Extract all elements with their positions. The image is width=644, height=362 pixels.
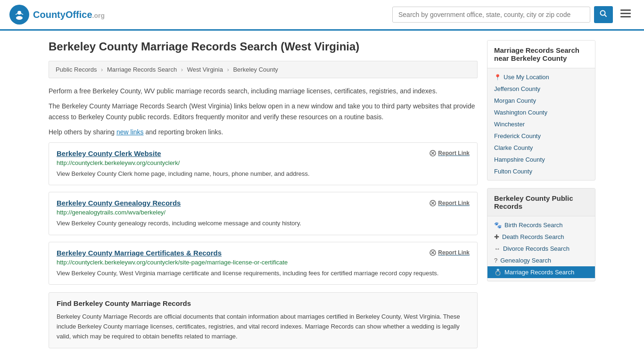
search-button[interactable] <box>594 6 613 23</box>
svg-rect-6 <box>620 13 631 14</box>
record-card-3-title-link[interactable]: Berkeley County Marriage Certificates & … <box>57 249 222 257</box>
sidebar-link-jefferson[interactable]: Jefferson County <box>494 85 540 92</box>
record-card-2-url[interactable]: http://genealogytrails.com/wva/berkeley/ <box>57 209 470 216</box>
sidebar-item-frederick: Frederick County <box>487 130 595 142</box>
divorce-records-link[interactable]: Divorce Records Search <box>503 245 570 252</box>
breadcrumb-sep-1: › <box>101 66 103 73</box>
search-input[interactable] <box>392 7 590 23</box>
use-location-link[interactable]: Use My Location <box>504 74 549 81</box>
main-content: Berkeley County Marriage Records Search … <box>39 40 605 348</box>
death-icon: ✚ <box>494 233 499 240</box>
find-section-text: Berkeley County Marriage Records are off… <box>57 312 470 341</box>
sidebar-link-frederick[interactable]: Frederick County <box>494 132 541 140</box>
record-card-1-url[interactable]: http://countyclerk.berkeleywv.org/county… <box>57 159 470 166</box>
sidebar-link-fulton[interactable]: Fulton County <box>494 168 532 175</box>
breadcrumb-berkeley-county[interactable]: Berkeley County <box>233 66 278 73</box>
description-1: Perform a free Berkeley County, WV publi… <box>49 86 478 96</box>
record-card-3-desc: View Berkeley County, West Virginia marr… <box>57 269 470 278</box>
sidebar-public-records-list: 🐾 Birth Records Search ✚ Death Records S… <box>487 216 595 281</box>
sidebar-public-records-heading: Berkeley County Public Records <box>487 189 595 216</box>
record-card-1-desc: View Berkeley County Clerk home page, in… <box>57 169 470 179</box>
marriage-icon: 💍 <box>494 269 502 276</box>
find-section: Find Berkeley County Marriage Records Be… <box>49 292 478 348</box>
sidebar: Marriage Records Searchnear Berkeley Cou… <box>487 40 595 348</box>
sidebar-divorce-records: ↔ Divorce Records Search <box>487 243 595 255</box>
sidebar-link-hampshire[interactable]: Hampshire County <box>494 156 545 163</box>
sidebar-item-winchester: Winchester <box>487 118 595 130</box>
desc-3-prefix: Help others by sharing <box>49 128 116 136</box>
sidebar-item-washington: Washington County <box>487 107 595 118</box>
record-card-3-url[interactable]: http://countyclerk.berkeleywv.org/county… <box>57 259 470 266</box>
sidebar-genealogy-search: ? Genealogy Search <box>487 255 595 266</box>
record-card-2-desc: View Berkeley County genealogy records, … <box>57 219 470 228</box>
birth-records-link[interactable]: Birth Records Search <box>504 222 563 229</box>
sidebar-use-location[interactable]: Use My Location <box>487 71 595 83</box>
sidebar-nearby-heading: Marriage Records Searchnear Berkeley Cou… <box>487 41 595 68</box>
find-section-heading: Find Berkeley County Marriage Records <box>57 299 470 307</box>
logo-icon <box>9 5 29 25</box>
logo-area: CountyOffice.org <box>9 5 105 25</box>
sidebar-item-jefferson: Jefferson County <box>487 83 595 95</box>
report-link-3[interactable]: Report Link <box>429 249 470 256</box>
desc-3-suffix: and reporting broken links. <box>144 128 223 136</box>
record-card-1-title-link[interactable]: Berkeley County Clerk Website <box>57 149 161 157</box>
sidebar-item-clarke: Clarke County <box>487 142 595 154</box>
sidebar-death-records: ✚ Death Records Search <box>487 231 595 243</box>
record-cards: Berkeley County Clerk Website Report Lin… <box>49 142 478 285</box>
svg-rect-5 <box>620 9 631 11</box>
sidebar-link-clarke[interactable]: Clarke County <box>494 144 533 151</box>
sidebar-birth-records: 🐾 Birth Records Search <box>487 219 595 231</box>
logo-org: .org <box>92 12 105 19</box>
description-2: The Berkeley County Marriage Records Sea… <box>49 101 478 122</box>
report-link-1[interactable]: Report Link <box>429 150 470 156</box>
report-link-2[interactable]: Report Link <box>429 200 470 206</box>
page-title: Berkeley County Marriage Records Search … <box>49 40 478 53</box>
logo-office: Office <box>66 9 92 20</box>
record-card-1: Berkeley County Clerk Website Report Lin… <box>49 142 478 186</box>
record-card-2: Berkeley County Genealogy Records Report… <box>49 192 478 235</box>
record-card-3: Berkeley County Marriage Certificates & … <box>49 242 478 285</box>
record-card-2-header: Berkeley County Genealogy Records Report… <box>57 199 470 207</box>
search-area <box>392 6 635 23</box>
breadcrumb-west-virginia[interactable]: West Virginia <box>187 66 223 73</box>
svg-point-1 <box>17 11 21 15</box>
sidebar-marriage-records: 💍 Marriage Records Search <box>487 266 595 278</box>
logo-text: CountyOffice.org <box>33 9 105 20</box>
description-3: Help others by sharing new links and rep… <box>49 127 478 137</box>
sidebar-item-fulton: Fulton County <box>487 165 595 177</box>
sidebar-nearby-section: Marriage Records Searchnear Berkeley Cou… <box>487 40 595 181</box>
breadcrumb-public-records[interactable]: Public Records <box>56 66 97 73</box>
sidebar-item-hampshire: Hampshire County <box>487 154 595 165</box>
sidebar-nearby-list: Use My Location Jefferson County Morgan … <box>487 68 595 180</box>
new-links-link[interactable]: new links <box>116 128 144 136</box>
svg-point-2 <box>16 16 23 20</box>
logo-county: County <box>33 9 66 20</box>
marriage-records-link[interactable]: Marriage Records Search <box>504 269 574 276</box>
content-area: Berkeley County Marriage Records Search … <box>49 40 478 348</box>
breadcrumb-sep-2: › <box>181 66 183 73</box>
genealogy-icon: ? <box>494 257 497 264</box>
sidebar-link-winchester[interactable]: Winchester <box>494 121 525 128</box>
breadcrumb-sep-3: › <box>227 66 229 73</box>
breadcrumb: Public Records › Marriage Records Search… <box>49 61 478 78</box>
sidebar-item-morgan: Morgan County <box>487 95 595 107</box>
sidebar-link-washington[interactable]: Washington County <box>494 109 547 116</box>
record-card-2-title-link[interactable]: Berkeley County Genealogy Records <box>57 199 181 207</box>
svg-rect-7 <box>620 16 631 17</box>
svg-line-4 <box>605 15 607 17</box>
menu-button[interactable] <box>617 7 635 23</box>
sidebar-public-records-section: Berkeley County Public Records 🐾 Birth R… <box>487 188 595 281</box>
genealogy-search-link[interactable]: Genealogy Search <box>500 257 551 264</box>
svg-point-3 <box>601 11 605 16</box>
sidebar-link-morgan[interactable]: Morgan County <box>494 97 536 104</box>
birth-icon: 🐾 <box>494 222 502 229</box>
breadcrumb-marriage-records[interactable]: Marriage Records Search <box>107 66 177 73</box>
divorce-icon: ↔ <box>494 245 500 252</box>
death-records-link[interactable]: Death Records Search <box>502 233 564 240</box>
record-card-1-header: Berkeley County Clerk Website Report Lin… <box>57 149 470 157</box>
record-card-3-header: Berkeley County Marriage Certificates & … <box>57 249 470 257</box>
header: CountyOffice.org <box>0 0 644 31</box>
